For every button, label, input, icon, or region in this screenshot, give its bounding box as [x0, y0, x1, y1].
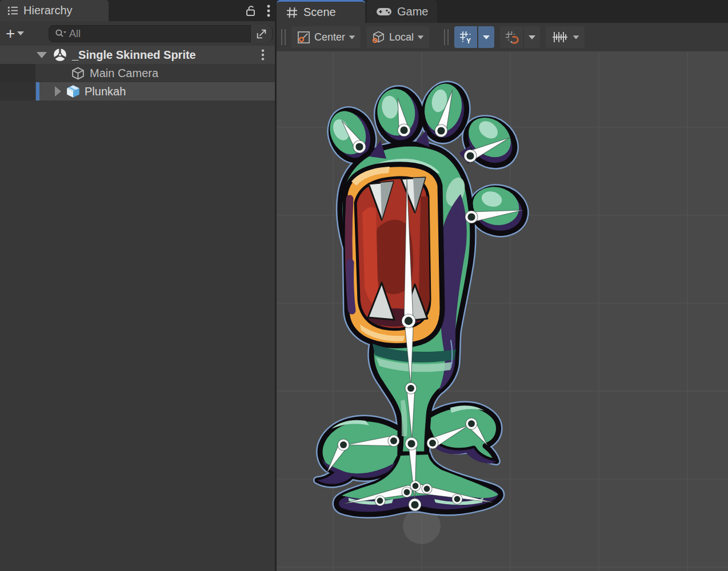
grid-visibility-group: Y [454, 26, 494, 48]
unity-scene-icon [53, 47, 67, 62]
bone-joint[interactable] [422, 484, 432, 494]
grid-visibility-toggle[interactable]: Y [454, 26, 477, 48]
unity-editor-window: Hierarchy + [0, 0, 728, 571]
foldout-closed-icon[interactable] [55, 86, 61, 96]
local-space-icon [371, 30, 386, 45]
kebab-menu-icon[interactable] [267, 4, 270, 18]
bone-joint[interactable] [398, 124, 410, 136]
tab-scene[interactable]: Scene [277, 0, 365, 23]
open-in-window-icon[interactable] [250, 25, 272, 42]
bone-joint[interactable] [405, 383, 417, 394]
bone-joint[interactable] [465, 211, 478, 223]
chevron-down-icon [418, 35, 424, 39]
hierarchy-item-plunkah[interactable]: Plunkah [0, 82, 275, 100]
bone-joint[interactable] [410, 481, 421, 491]
toolbar-grip[interactable] [281, 29, 286, 45]
prefab-icon [66, 84, 81, 99]
bone-joint[interactable] [375, 496, 385, 506]
scene-viewport[interactable] [277, 51, 728, 571]
tab-hierarchy[interactable]: Hierarchy [0, 0, 109, 21]
visibility-gutter[interactable] [0, 64, 35, 82]
plunkah-sprite[interactable] [317, 80, 530, 514]
hierarchy-item-main-camera[interactable]: Main Camera [0, 64, 275, 82]
grid-icon [286, 6, 298, 19]
bone-joint[interactable] [452, 494, 462, 504]
foldout-open-icon[interactable] [37, 52, 47, 58]
hierarchy-toolbar: + [0, 21, 275, 46]
orientation-label: Local [389, 31, 414, 43]
unlock-icon[interactable] [244, 4, 258, 18]
snap-settings-dropdown[interactable] [524, 26, 540, 48]
game-tab-label: Game [397, 5, 428, 18]
item-label: Main Camera [90, 67, 158, 80]
bone-joint[interactable] [353, 140, 366, 153]
hierarchy-tabstrip: Hierarchy [0, 0, 275, 21]
bone-joint[interactable] [338, 439, 349, 451]
bone-joint[interactable] [464, 150, 477, 162]
pivot-mode-label: Center [314, 31, 345, 43]
grid-settings-dropdown[interactable] [478, 26, 494, 48]
visibility-gutter[interactable] [0, 82, 35, 100]
search-input[interactable] [67, 28, 250, 40]
cube-icon [71, 66, 85, 81]
bone-joint[interactable] [409, 498, 421, 511]
scene-kebab-icon[interactable] [261, 49, 265, 61]
chevron-down-icon [573, 35, 579, 39]
bone-joint[interactable] [466, 418, 477, 429]
chevron-down-icon [17, 31, 24, 35]
list-icon [7, 5, 19, 17]
item-label: Plunkah [85, 85, 126, 98]
tab-game[interactable]: Game [367, 0, 437, 23]
bone-joint[interactable] [402, 314, 415, 328]
ruler-icon [551, 30, 569, 45]
snap-toggle[interactable] [500, 26, 523, 48]
hierarchy-search [49, 25, 273, 42]
hierarchy-tab-label: Hierarchy [23, 4, 73, 17]
hierarchy-panel: Hierarchy + [0, 0, 275, 571]
scene-toolbar: Center Local [277, 23, 728, 51]
bone-joint[interactable] [402, 487, 412, 497]
bone-joint[interactable] [405, 437, 418, 450]
bone-joint[interactable] [388, 435, 399, 447]
chevron-down-icon [349, 35, 355, 39]
chevron-down-icon [529, 35, 535, 39]
bone-joint[interactable] [427, 437, 438, 449]
plus-icon: + [6, 26, 15, 41]
scene-tab-label: Scene [303, 6, 336, 19]
scene-tabstrip: Scene Game [277, 0, 728, 23]
scene-name-label: _Single Skinned Sprite [72, 49, 196, 62]
pivot-center-icon [297, 30, 311, 45]
create-object-button[interactable]: + [6, 26, 24, 41]
scene-header-row[interactable]: _Single Skinned Sprite [0, 46, 275, 64]
toolbar-grip[interactable] [444, 29, 449, 45]
snap-increment-dropdown[interactable] [546, 26, 585, 48]
orientation-dropdown[interactable]: Local [366, 26, 429, 48]
pivot-mode-dropdown[interactable]: Center [291, 26, 361, 48]
bone-joint[interactable] [435, 124, 447, 137]
grid-axis-letter: Y [466, 37, 471, 45]
gamepad-icon [376, 6, 392, 17]
search-icon[interactable] [54, 28, 67, 39]
snap-group [500, 26, 540, 48]
selection-indicator [36, 82, 39, 100]
hierarchy-tree: _Single Skinned Sprite Main Camera [0, 46, 275, 100]
chevron-down-icon [483, 35, 490, 39]
scene-panel: Scene Game [277, 0, 728, 571]
